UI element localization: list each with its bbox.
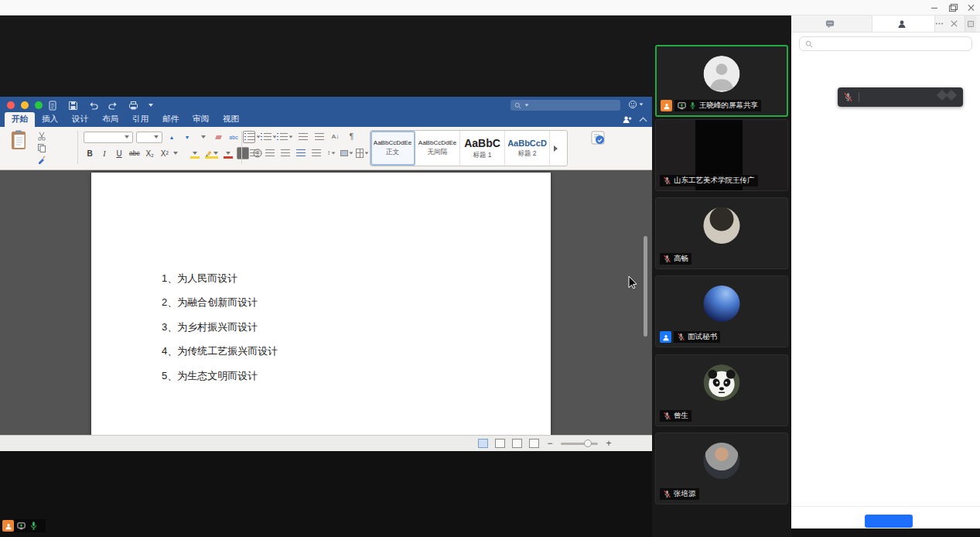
restore-button[interactable]: [949, 4, 957, 12]
line-spacing-button[interactable]: ↕: [325, 147, 338, 159]
mac-close-button[interactable]: [7, 101, 15, 109]
document-scrollbar[interactable]: [644, 236, 647, 337]
text-format-button[interactable]: X₂: [144, 147, 156, 159]
change-case-button[interactable]: [196, 131, 209, 143]
styles-pane-icon: [591, 131, 605, 145]
style-name: 标题 2: [517, 149, 536, 159]
clipboard-icon: [11, 130, 28, 150]
draft-view-button[interactable]: [529, 439, 539, 448]
thumbnail-label: 山东工艺美术学院王传广: [660, 175, 758, 186]
search-icon: [805, 40, 813, 48]
decrease-indent-button[interactable]: [296, 131, 309, 142]
panel-collapse-rail[interactable]: [965, 15, 976, 32]
mac-zoom-button[interactable]: [35, 101, 43, 109]
screen-share-icon: [678, 101, 686, 110]
close-button[interactable]: [968, 4, 975, 12]
cut-icon[interactable]: [37, 132, 46, 141]
borders-button[interactable]: [356, 147, 369, 159]
multilevel-list-button[interactable]: [280, 131, 293, 142]
shrink-font-button[interactable]: ▼: [181, 131, 193, 143]
close-panel-icon[interactable]: [950, 19, 958, 28]
undo-icon[interactable]: [88, 101, 98, 111]
shading-button[interactable]: [340, 147, 353, 159]
video-thumbnail[interactable]: 高畅: [655, 197, 788, 269]
save-icon[interactable]: [68, 101, 78, 111]
text-format-button[interactable]: I: [98, 147, 111, 159]
tab-members[interactable]: [872, 15, 935, 32]
word-ribbon-tab[interactable]: 引用: [125, 112, 155, 127]
new-document-icon[interactable]: [48, 101, 58, 111]
bullet-list-button[interactable]: [248, 131, 261, 142]
word-ribbon-tab[interactable]: 审阅: [186, 112, 216, 127]
minimize-button[interactable]: [930, 4, 938, 12]
outline-view-button[interactable]: [512, 439, 522, 448]
text-format-button[interactable]: B: [84, 147, 96, 159]
share-person-icon: [622, 115, 632, 124]
word-ribbon-tab[interactable]: 视图: [216, 112, 246, 127]
style-gallery-item[interactable]: AaBbCcDdEe 正文: [370, 131, 415, 166]
highlight-button[interactable]: [203, 147, 220, 159]
share-mic-icon: [29, 521, 39, 531]
print-icon[interactable]: [128, 101, 138, 111]
sort-button[interactable]: A↓: [329, 131, 342, 142]
zoom-out-button[interactable]: −: [546, 438, 554, 449]
font-size-select[interactable]: [136, 132, 162, 143]
style-gallery-item[interactable]: AaBbCcDdEe 无间隔: [415, 131, 460, 166]
video-thumbnail[interactable]: 张培源: [655, 433, 788, 505]
redo-icon[interactable]: [108, 101, 118, 111]
toolbar-options-caret-icon[interactable]: [149, 104, 153, 107]
word-ribbon-tab[interactable]: 设计: [65, 112, 95, 127]
clear-formatting-button[interactable]: [212, 131, 224, 143]
show-marks-button[interactable]: [345, 131, 358, 142]
text-effects-button[interactable]: [189, 147, 201, 159]
numbered-list-button[interactable]: [264, 131, 277, 142]
feedback-smiley-icon[interactable]: [628, 100, 644, 109]
grow-font-button[interactable]: ▲: [166, 131, 178, 143]
font-color-button[interactable]: [222, 147, 234, 159]
text-format-button[interactable]: abc: [128, 147, 142, 159]
word-title-bar: [0, 97, 652, 114]
document-search-box[interactable]: [510, 100, 620, 111]
increase-indent-button[interactable]: [312, 131, 326, 142]
print-layout-view-button[interactable]: [478, 439, 488, 448]
word-ribbon-tab[interactable]: 插入: [35, 112, 65, 127]
video-thumbnail[interactable]: 王晓峰的屏幕共享: [655, 45, 788, 117]
member-search-input[interactable]: [799, 36, 972, 51]
tab-chat[interactable]: [791, 15, 872, 32]
styles-pane-button[interactable]: [585, 131, 611, 149]
share-button[interactable]: [622, 115, 635, 124]
video-thumbnail[interactable]: 面试秘书: [655, 275, 788, 347]
style-gallery-item[interactable]: AaBbC 标题 1: [460, 131, 505, 166]
collapse-ribbon-icon[interactable]: [640, 117, 647, 123]
word-ribbon-tab[interactable]: 布局: [95, 112, 125, 127]
paste-button[interactable]: [6, 130, 32, 166]
unmute-button[interactable]: [865, 515, 913, 528]
justify-button[interactable]: [294, 147, 307, 159]
word-ribbon-tab[interactable]: 邮件: [155, 112, 186, 127]
font-name-select[interactable]: [84, 132, 133, 143]
document-canvas[interactable]: 1、为人民而设计2、为融合创新而设计3、为乡村振兴而设计4、为传统工艺振兴而设计…: [0, 170, 652, 435]
text-format-button[interactable]: X²: [159, 147, 171, 159]
text-format-button[interactable]: U: [113, 147, 125, 159]
search-icon: [514, 102, 521, 109]
more-options-icon[interactable]: [935, 19, 944, 28]
thumbnail-avatar: [704, 364, 740, 401]
web-layout-view-button[interactable]: [495, 439, 505, 448]
style-gallery-more-icon[interactable]: [550, 131, 561, 166]
align-center-button[interactable]: [263, 147, 276, 159]
format-painter-icon[interactable]: [37, 155, 46, 164]
zoom-slider-thumb[interactable]: [584, 440, 592, 447]
align-left-button[interactable]: [248, 147, 261, 159]
word-ribbon-tab[interactable]: 开始: [5, 112, 35, 127]
style-gallery-item[interactable]: AaBbCcD 标题 2: [505, 131, 550, 166]
phonetic-guide-button[interactable]: abc: [227, 131, 240, 143]
zoom-in-button[interactable]: +: [605, 438, 613, 449]
distribute-button[interactable]: [309, 147, 323, 159]
video-thumbnail[interactable]: 曾生: [655, 354, 788, 426]
underline-style-caret-icon[interactable]: [173, 152, 178, 155]
align-right-button[interactable]: [278, 147, 292, 159]
zoom-slider[interactable]: [561, 443, 598, 445]
mac-minimize-button[interactable]: [21, 101, 29, 109]
copy-icon[interactable]: [37, 143, 46, 152]
video-thumbnail[interactable]: 山东工艺美术学院王传广: [655, 119, 788, 191]
